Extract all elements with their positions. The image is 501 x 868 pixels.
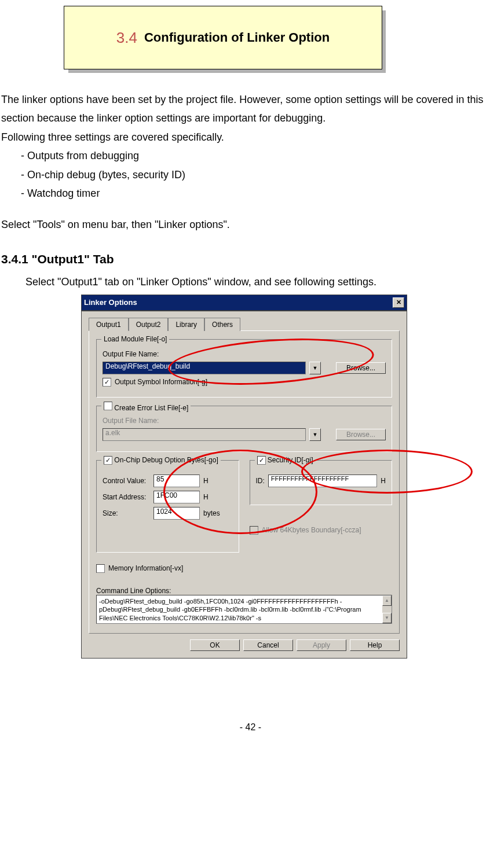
- paragraph: The linker options have been set by the …: [1, 90, 500, 128]
- checkbox-boundary: [250, 526, 258, 535]
- tab-library[interactable]: Library: [168, 318, 204, 331]
- scrollbar[interactable]: ▲ ▼: [382, 595, 392, 623]
- checkbox-label: Memory Information[-vx]: [108, 564, 183, 572]
- group-legend: Create Error List File[-e]: [101, 402, 191, 412]
- output-filename-label: Output File Name:: [103, 417, 386, 425]
- output-filename-label: Output File Name:: [103, 350, 386, 358]
- checkbox-onchip-debug[interactable]: ✓: [104, 456, 112, 465]
- tab-output1[interactable]: Output1: [89, 318, 129, 331]
- id-label: ID:: [256, 477, 265, 485]
- tab-output2[interactable]: Output2: [129, 318, 169, 331]
- group-security-id: ✓ Security ID[-gi] ID: FFFFFFFFFFFFFFFFF…: [250, 460, 393, 505]
- checkbox-label: On-Chip Debug Option Bytes[-go]: [114, 456, 218, 464]
- scroll-down-icon[interactable]: ▼: [382, 613, 392, 623]
- help-button[interactable]: Help: [350, 639, 400, 651]
- command-line-value: -oDebug\RFtest_debug_build -go85h,1FC00h…: [99, 598, 361, 621]
- ok-button[interactable]: OK: [190, 639, 240, 651]
- paragraph: Following three settings are covered spe…: [1, 128, 500, 146]
- unit-label: bytes: [203, 509, 220, 517]
- group-legend: ✓ Security ID[-gi]: [255, 456, 316, 465]
- control-value-label: Control Value:: [103, 477, 150, 485]
- paragraph: Select "Tools" on menu bar, then "Linker…: [1, 215, 500, 234]
- cancel-button[interactable]: Cancel: [243, 639, 293, 651]
- unit-label: H: [203, 493, 209, 501]
- group-error-list: Create Error List File[-e] Output File N…: [96, 406, 392, 452]
- group-load-module: Load Module File[-o] Output File Name: D…: [96, 339, 392, 398]
- checkbox-error-list[interactable]: [104, 402, 112, 410]
- start-address-input[interactable]: 1FC00: [153, 491, 200, 503]
- unit-label: H: [381, 477, 386, 485]
- checkbox-label: Security ID[-gi]: [268, 456, 313, 464]
- tab-others[interactable]: Others: [204, 318, 240, 331]
- subsection-heading: 3.4.1 "Output1" Tab: [1, 234, 500, 273]
- dialog-titlebar[interactable]: Linker Options ✕: [81, 295, 407, 311]
- checkbox-security-id[interactable]: ✓: [257, 456, 266, 465]
- start-address-label: Start Address:: [103, 493, 150, 501]
- command-line-textarea[interactable]: -oDebug\RFtest_debug_build -go85h,1FC00h…: [96, 595, 392, 624]
- control-value-input[interactable]: 85: [153, 475, 200, 487]
- unit-label: H: [203, 477, 209, 485]
- bullet-item: - Watchdog timer: [1, 184, 500, 203]
- linker-options-dialog: Linker Options ✕ Output1 Output2 Library…: [81, 295, 407, 659]
- checkbox-symbol-info[interactable]: ✓: [103, 378, 111, 387]
- output-filename-input[interactable]: Debug\RFtest_debug_build: [103, 362, 306, 374]
- page-number: - 42 -: [0, 659, 501, 733]
- close-icon[interactable]: ✕: [393, 297, 404, 308]
- section-title: Configuration of Linker Option: [144, 30, 330, 45]
- group-legend: ✓ On-Chip Debug Option Bytes[-go]: [101, 456, 221, 465]
- error-filename-input: a.elk: [103, 428, 306, 441]
- checkbox-label: Create Error List File[-e]: [114, 404, 188, 412]
- browse-button: Browse...: [336, 429, 386, 440]
- apply-button: Apply: [297, 639, 346, 651]
- checkbox-memory-info[interactable]: [96, 564, 105, 573]
- section-banner: 3.4 Configuration of Linker Option: [64, 6, 501, 69]
- checkbox-label: Output Symbol Information[-g]: [115, 378, 207, 386]
- security-id-input[interactable]: FFFFFFFFFFFFFFFFFFFF: [268, 475, 377, 487]
- group-onchip-debug: ✓ On-Chip Debug Option Bytes[-go] Contro…: [96, 460, 239, 553]
- section-number: 3.4: [116, 29, 137, 47]
- dropdown-icon: ▼: [309, 428, 321, 441]
- dropdown-icon[interactable]: ▼: [309, 362, 321, 374]
- scroll-up-icon[interactable]: ▲: [382, 595, 392, 606]
- dialog-title: Linker Options: [84, 298, 137, 307]
- size-input[interactable]: 1024: [153, 507, 200, 520]
- bullet-item: - On-chip debug (bytes, security ID): [1, 165, 500, 184]
- size-label: Size:: [103, 509, 150, 517]
- bullet-item: - Outputs from debugging: [1, 146, 500, 165]
- command-line-label: Command Line Options:: [96, 587, 392, 595]
- group-legend: Load Module File[-o]: [101, 335, 169, 343]
- browse-button[interactable]: Browse...: [336, 362, 386, 374]
- checkbox-label: Allow 64Kbytes Boundary[-ccza]: [262, 526, 361, 534]
- paragraph: Select "Output1" tab on "Linker Options"…: [1, 273, 500, 291]
